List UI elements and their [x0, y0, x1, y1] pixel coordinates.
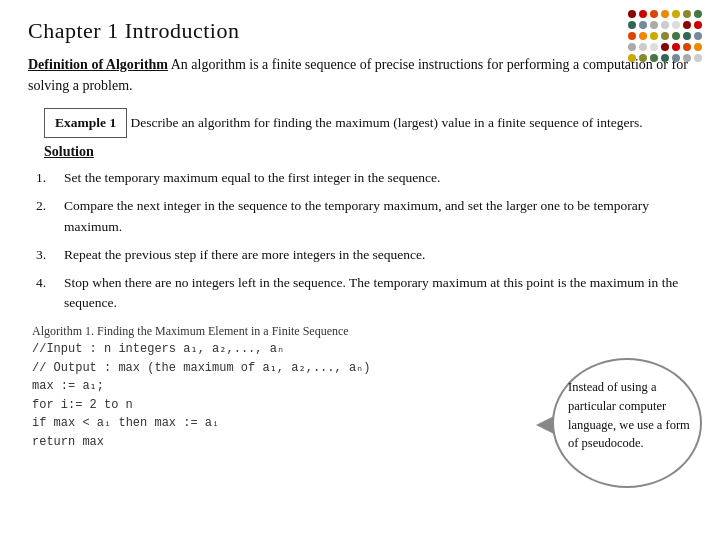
circle-annotation-text: Instead of using a particular computer l…: [568, 378, 690, 453]
step-item: 1.Set the temporary maximum equal to the…: [36, 168, 692, 188]
step-item: 3.Repeat the previous step if there are …: [36, 245, 692, 265]
solution-label: Solution: [44, 144, 692, 160]
step-num: 4.: [36, 273, 64, 314]
step-num: 1.: [36, 168, 64, 188]
arrow-left-icon: [536, 416, 554, 434]
dot-grid-decoration: [626, 8, 706, 68]
step-text: Compare the next integer in the sequence…: [64, 196, 692, 237]
step-text: Set the temporary maximum equal to the f…: [64, 168, 692, 188]
definition-block: Definition of Algorithm An algorithm is …: [28, 54, 692, 96]
algo-line: //Input : n integers a₁, a₂,..., aₙ: [32, 340, 692, 359]
example-description: Describe an algorithm for finding the ma…: [127, 115, 643, 130]
steps-list: 1.Set the temporary maximum equal to the…: [36, 168, 692, 314]
circle-border: Instead of using a particular computer l…: [552, 358, 702, 488]
step-text: Repeat the previous step if there are mo…: [64, 245, 692, 265]
example-section: Example 1 Describe an algorithm for find…: [36, 108, 692, 160]
chapter-title: Chapter 1 Introduction: [28, 18, 692, 44]
step-item: 4.Stop when there are no integers left i…: [36, 273, 692, 314]
step-text: Stop when there are no integers left in …: [64, 273, 692, 314]
example-label: Example 1: [55, 115, 116, 130]
circle-annotation: Instead of using a particular computer l…: [552, 358, 702, 488]
page: Chapter 1 Introduction Definition of Alg…: [0, 0, 720, 540]
step-item: 2.Compare the next integer in the sequen…: [36, 196, 692, 237]
step-num: 3.: [36, 245, 64, 265]
definition-label: Definition of Algorithm: [28, 57, 168, 72]
algo-title: Algorithm 1. Finding the Maximum Element…: [32, 322, 692, 341]
chapter-title-text: Chapter 1 Introduction: [28, 18, 239, 43]
example-box: Example 1: [44, 108, 127, 138]
step-num: 2.: [36, 196, 64, 237]
